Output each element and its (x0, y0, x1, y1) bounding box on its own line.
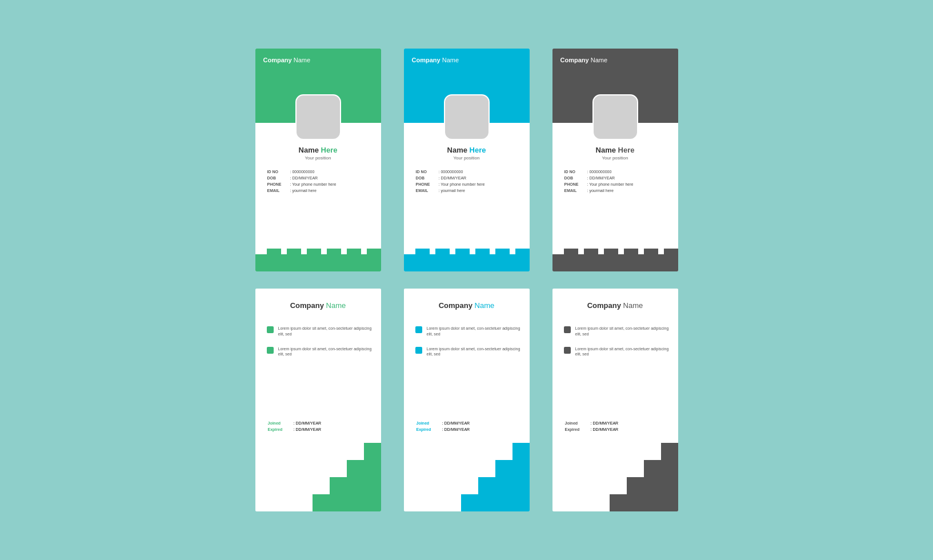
svg-rect-11 (475, 249, 490, 257)
bullet-text-2-green: Lorem ipsum dolor sit amet, con-sectetue… (278, 346, 373, 358)
svg-rect-2 (287, 249, 301, 257)
bullet-list-blue: Lorem ipsum dolor sit amet, con-sectetue… (415, 326, 521, 366)
photo-placeholder-green (295, 94, 341, 140)
photo-placeholder-blue (444, 94, 490, 140)
company-name-back-green: Company Name (255, 301, 381, 310)
photo-placeholder-dark (592, 94, 638, 140)
svg-rect-18 (624, 249, 638, 257)
bullet-item-2-green: Lorem ipsum dolor sit amet, con-sectetue… (267, 346, 373, 358)
dates-section-green: Joined : DD/MM/YEAR Expired : DD/MM/YEAR (267, 420, 323, 433)
svg-rect-9 (435, 249, 450, 257)
bullet-text-2-dark: Lorem ipsum dolor sit amet, con-sectetue… (575, 346, 670, 358)
bullet-text-1-dark: Lorem ipsum dolor sit amet, con-sectetue… (575, 326, 670, 337)
stair-shape-green (313, 443, 381, 511)
bullet-text-2-blue: Lorem ipsum dolor sit amet, con-sectetue… (427, 346, 521, 358)
name-section-green: Name Here Your position (255, 146, 381, 161)
info-section-blue: ID NO: 0000000000 DOB: DD/MM/YEAR PHONE:… (415, 169, 524, 194)
name-section-dark: Name Here Your position (552, 146, 678, 161)
company-name-back-dark: Company Name (552, 301, 678, 310)
bottom-shape-green (255, 243, 381, 271)
bottom-shape-blue (404, 243, 530, 271)
svg-rect-17 (604, 249, 618, 257)
bullet-text-1-blue: Lorem ipsum dolor sit amet, con-sectetue… (427, 326, 521, 337)
card-front-blue: Company Name Name Here Your position ID … (404, 49, 530, 271)
name-section-blue: Name Here Your position (404, 146, 530, 161)
svg-rect-6 (367, 249, 381, 257)
bullet-icon-2-green (267, 347, 274, 354)
info-section-green: ID NO : 0000000000 DOB : DD/MM/YEAR PHON… (267, 169, 375, 194)
bullet-icon-2-blue (415, 347, 422, 354)
bullet-icon-1-dark (564, 326, 571, 333)
email-row: EMAIL : yourmail here (267, 187, 375, 194)
dob-row: DOB : DD/MM/YEAR (267, 175, 375, 181)
svg-rect-16 (584, 249, 598, 257)
card-front-green: Company Name Name Here Your position ID … (255, 49, 381, 271)
id-row: ID NO : 0000000000 (267, 169, 375, 175)
svg-rect-4 (327, 249, 341, 257)
company-name-back-blue: Company Name (404, 301, 530, 310)
company-name-front-dark: Company Name (560, 57, 608, 63)
dates-section-blue: Joined : DD/MM/YEAR Expired : DD/MM/YEAR (415, 420, 471, 433)
bullet-item-1-green: Lorem ipsum dolor sit amet, con-sectetue… (267, 326, 373, 337)
bullet-item-1-blue: Lorem ipsum dolor sit amet, con-sectetue… (415, 326, 521, 337)
bullet-icon-2-dark (564, 347, 571, 354)
dates-section-dark: Joined : DD/MM/YEAR Expired : DD/MM/YEAR (564, 420, 620, 433)
card-back-dark: Company Name Lorem ipsum dolor sit amet,… (552, 289, 678, 511)
cards-grid: Company Name Name Here Your position ID … (255, 49, 678, 511)
bullet-item-1-dark: Lorem ipsum dolor sit amet, con-sectetue… (564, 326, 670, 337)
card-back-blue: Company Name Lorem ipsum dolor sit amet,… (404, 289, 530, 511)
bullet-item-2-blue: Lorem ipsum dolor sit amet, con-sectetue… (415, 346, 521, 358)
svg-rect-20 (664, 249, 678, 257)
bullet-icon-1-green (267, 326, 274, 333)
bullet-text-1-green: Lorem ipsum dolor sit amet, con-sectetue… (278, 326, 373, 337)
svg-rect-15 (564, 249, 578, 257)
svg-rect-10 (455, 249, 470, 257)
card-front-dark: Company Name Name Here Your position ID … (552, 49, 678, 271)
svg-rect-12 (495, 249, 510, 257)
company-name-front-blue: Company Name (412, 57, 459, 63)
company-name-front-green: Company Name (263, 57, 311, 63)
stair-shape-dark (610, 443, 678, 511)
info-section-dark: ID NO: 0000000000 DOB: DD/MM/YEAR PHONE:… (564, 169, 672, 194)
svg-rect-13 (515, 249, 530, 257)
bullet-list-green: Lorem ipsum dolor sit amet, con-sectetue… (267, 326, 373, 366)
svg-rect-5 (347, 249, 361, 257)
svg-rect-1 (267, 249, 281, 257)
card-back-green: Company Name Lorem ipsum dolor sit amet,… (255, 289, 381, 511)
bullet-list-dark: Lorem ipsum dolor sit amet, con-sectetue… (564, 326, 670, 366)
phone-row: PHONE : Your phone number here (267, 181, 375, 187)
svg-rect-3 (307, 249, 321, 257)
svg-rect-8 (415, 249, 430, 257)
bullet-item-2-dark: Lorem ipsum dolor sit amet, con-sectetue… (564, 346, 670, 358)
bullet-icon-1-blue (415, 326, 422, 333)
bottom-shape-dark (552, 243, 678, 271)
svg-rect-19 (644, 249, 658, 257)
stair-shape-blue (461, 443, 530, 511)
